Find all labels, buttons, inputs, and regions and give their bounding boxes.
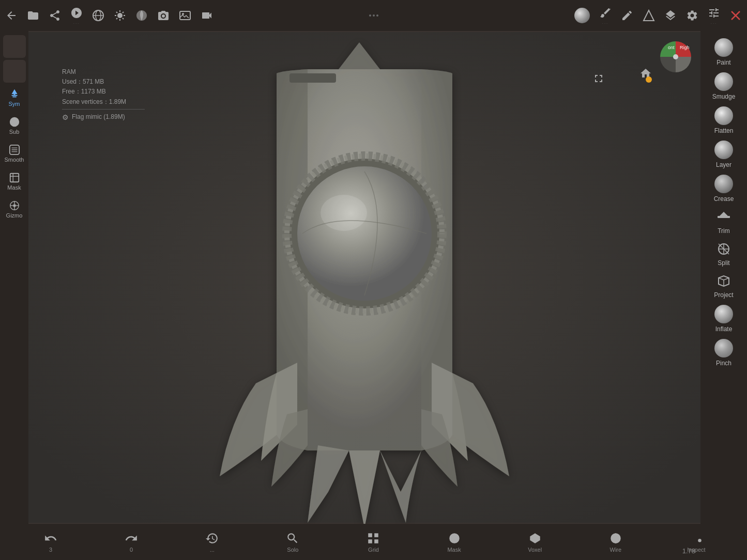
right-sidebar: Paint Smudge Flatten Layer Crease Trim S… <box>700 31 747 524</box>
settings-icon[interactable] <box>686 9 698 22</box>
zoom-value: 1.78 <box>682 547 695 555</box>
sliders-icon[interactable]: ... <box>708 7 720 25</box>
svg-rect-17 <box>11 95 17 96</box>
toolbar-center-dots <box>369 14 378 17</box>
orange-dot <box>646 76 652 83</box>
svg-point-39 <box>673 54 678 59</box>
history-button[interactable]: ... <box>199 532 225 553</box>
mask-tool[interactable]: Mask <box>2 168 27 194</box>
viewport[interactable]: RAM Used：571 MB Free：1173 MB Scene verti… <box>28 31 700 524</box>
light-icon[interactable] <box>114 9 126 22</box>
mask-bottom-label: Mask <box>447 547 461 553</box>
gizmo-tool[interactable]: Gizmo <box>2 196 27 222</box>
svg-line-10 <box>116 18 117 19</box>
pinch-label: Pinch <box>716 360 731 367</box>
sub-tool[interactable]: Sub <box>2 113 27 138</box>
globe-icon[interactable] <box>92 9 104 22</box>
svg-rect-33 <box>289 73 336 83</box>
trim-tool[interactable]: Trim <box>703 206 744 238</box>
gizmo-label: Gizmo <box>6 212 23 219</box>
paint-label: Paint <box>716 59 730 66</box>
project-label: Project <box>714 291 733 299</box>
close-icon[interactable] <box>729 9 742 22</box>
voxel-label: Voxel <box>528 547 542 553</box>
image-icon[interactable] <box>179 9 191 22</box>
svg-rect-42 <box>369 533 373 537</box>
sculpt-icon[interactable] <box>621 9 633 22</box>
smudge-tool[interactable]: Smudge <box>703 69 744 103</box>
flatten-label: Flatten <box>714 127 734 134</box>
brush-stroke-icon[interactable]: ... <box>599 7 612 25</box>
redo-button[interactable]: 0 <box>118 532 144 553</box>
back-icon[interactable] <box>5 9 18 22</box>
layer-tool[interactable]: Layer <box>703 137 744 172</box>
svg-point-37 <box>297 166 432 301</box>
inflate-label: Inflate <box>715 325 733 333</box>
svg-point-48 <box>613 533 618 543</box>
pinch-ball <box>714 339 733 357</box>
material-icon[interactable] <box>135 9 148 22</box>
left-sidebar: Sym Sub Smooth Mask Gizmo <box>0 31 28 524</box>
redo-badge: 0 <box>130 547 133 553</box>
svg-rect-18 <box>12 97 16 98</box>
fullscreen-button[interactable] <box>592 72 605 87</box>
svg-point-50 <box>698 539 702 542</box>
wire-label: Wire <box>610 547 622 553</box>
split-label: Split <box>718 259 729 267</box>
top-toolbar: ... <box>0 0 747 31</box>
topology-icon[interactable] <box>643 9 655 22</box>
svg-rect-45 <box>375 539 379 543</box>
mask-bottom-button[interactable]: Mask <box>441 532 467 553</box>
crease-ball <box>714 175 733 193</box>
sym-label: Sym <box>9 101 20 107</box>
top-toolbar-right: ... ... <box>574 7 742 25</box>
orientation-widget[interactable]: ont Righ <box>655 36 696 77</box>
sym-tool[interactable]: Sym <box>2 85 27 111</box>
top-toolbar-left: ... <box>5 7 213 25</box>
paint-tool[interactable]: Paint <box>703 35 744 69</box>
wire-button[interactable]: Wire <box>603 532 629 553</box>
smooth-tool[interactable]: Smooth <box>2 141 27 166</box>
svg-point-14 <box>182 13 184 15</box>
crease-tool[interactable]: Crease <box>703 172 744 206</box>
project-tool[interactable]: Project <box>703 270 744 302</box>
pinch-tool[interactable]: Pinch <box>703 336 744 370</box>
folder-icon[interactable] <box>27 9 39 22</box>
voxel-button[interactable]: Voxel <box>522 532 548 553</box>
svg-rect-43 <box>375 533 379 537</box>
smudge-label: Smudge <box>712 93 736 100</box>
svg-rect-22 <box>10 174 19 182</box>
svg-line-51 <box>701 542 702 543</box>
video-icon[interactable] <box>201 9 213 22</box>
undo-button[interactable]: 3 <box>38 532 64 553</box>
sub-label: Sub <box>9 129 20 135</box>
history-badge: ... <box>210 547 215 553</box>
flatten-tool[interactable]: Flatten <box>703 103 744 137</box>
svg-rect-44 <box>369 539 373 543</box>
layer-item-2[interactable] <box>3 60 26 83</box>
scene-icon[interactable]: ... <box>70 7 83 25</box>
layer-item-1[interactable] <box>3 35 26 58</box>
mask-label: Mask <box>7 184 21 191</box>
share-icon[interactable] <box>49 9 61 22</box>
trim-label: Trim <box>718 227 730 235</box>
split-tool[interactable]: Split <box>703 238 744 270</box>
solo-button[interactable]: Solo <box>280 532 306 553</box>
layers-icon[interactable] <box>664 9 677 22</box>
inflate-tool[interactable]: Inflate <box>703 302 744 336</box>
matcap-icon[interactable] <box>574 8 590 23</box>
svg-text:Righ: Righ <box>680 45 690 50</box>
svg-point-20 <box>12 120 16 123</box>
smudge-ball <box>714 72 733 91</box>
svg-text:ont: ont <box>668 45 675 50</box>
svg-point-3 <box>117 13 123 18</box>
grid-button[interactable]: Grid <box>360 532 386 553</box>
inflate-ball <box>714 305 733 323</box>
svg-line-8 <box>116 12 117 13</box>
layer-ball <box>714 141 733 159</box>
camera-icon[interactable] <box>157 9 170 22</box>
paint-ball <box>714 38 733 57</box>
svg-rect-29 <box>718 216 730 218</box>
svg-point-12 <box>162 14 165 18</box>
grid-label: Grid <box>368 547 379 553</box>
